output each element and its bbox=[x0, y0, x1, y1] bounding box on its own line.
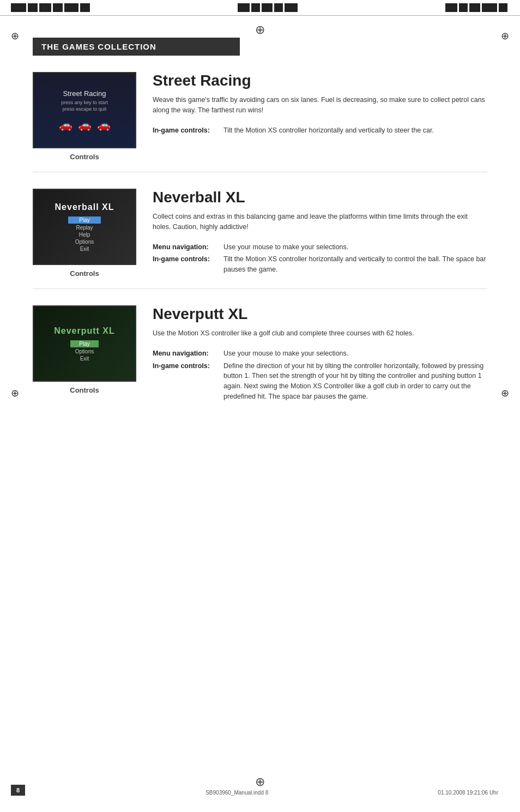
control-value: Define the direction of your hit by tilt… bbox=[223, 360, 487, 403]
table-row: Menu navigation: Use your mouse to make … bbox=[153, 347, 487, 360]
screenshot-neverball: Neverball XL Play Replay Help Options Ex… bbox=[33, 189, 136, 265]
pixel-seg bbox=[251, 3, 260, 12]
section-title: THE GAMES COLLECTION bbox=[41, 42, 156, 51]
game-title-street-racing: Street Racing bbox=[153, 72, 487, 89]
game-desc-neverputt: Use the Motion XS controller like a golf… bbox=[153, 328, 487, 339]
page-number-area: 8 bbox=[11, 785, 25, 796]
pixel-seg bbox=[262, 3, 273, 12]
control-label: In-game controls: bbox=[153, 124, 223, 137]
game-right-neverputt: Neverputt XL Use the Motion XS controlle… bbox=[153, 305, 487, 403]
table-row: Menu navigation: Use your mouse to make … bbox=[153, 241, 487, 254]
sr-line2: press escape to quit bbox=[63, 106, 107, 112]
screenshot-neverputt-inner: Neverputt XL Play Options Exit bbox=[34, 306, 135, 381]
game-entry-street-racing: Street Racing press any key to start pre… bbox=[33, 72, 487, 161]
car-icon-1: 🚗 bbox=[59, 118, 72, 131]
controls-table-neverball: Menu navigation: Use your mouse to make … bbox=[153, 241, 487, 276]
pixel-seg bbox=[28, 3, 38, 12]
table-row: In-game controls: Define the direction o… bbox=[153, 360, 487, 403]
screenshot-street-racing: Street Racing press any key to start pre… bbox=[33, 72, 136, 148]
pixel-seg bbox=[53, 3, 63, 12]
controls-table-street: In-game controls: Tilt the Motion XS con… bbox=[153, 124, 487, 137]
divider-2 bbox=[33, 288, 487, 289]
sr-screenshot-title: Street Racing bbox=[63, 89, 106, 98]
pixel-seg bbox=[445, 3, 457, 12]
divider-1 bbox=[33, 172, 487, 172]
game-left-neverball: Neverball XL Play Replay Help Options Ex… bbox=[33, 189, 136, 278]
pixel-seg bbox=[274, 3, 283, 12]
game-title-neverball: Neverball XL bbox=[153, 189, 487, 206]
pixel-seg bbox=[80, 3, 90, 12]
footer-right: 01.10.2008 19:21:06 Uhr bbox=[438, 790, 509, 796]
page-number: 8 bbox=[11, 785, 25, 796]
pixel-seg bbox=[64, 3, 78, 12]
screenshot-street-inner: Street Racing press any key to start pre… bbox=[34, 73, 135, 147]
pixel-seg bbox=[285, 3, 298, 12]
section-header: THE GAMES COLLECTION bbox=[33, 38, 240, 56]
game-left-street-racing: Street Racing press any key to start pre… bbox=[33, 72, 136, 161]
pixel-seg bbox=[469, 3, 480, 12]
control-value: Tilt the Motion XS controller horizontal… bbox=[223, 124, 487, 137]
top-pixel-bar bbox=[0, 0, 520, 16]
np-menu-options: Options bbox=[75, 348, 94, 354]
table-row: In-game controls: Tilt the Motion XS con… bbox=[153, 253, 487, 276]
np-menu: Play Options Exit bbox=[70, 340, 98, 362]
game-entry-neverputt: Neverputt XL Play Options Exit Controls … bbox=[33, 305, 487, 403]
game-desc-street-racing: Weave this game's traffic by avoiding ca… bbox=[153, 95, 487, 116]
controls-label-street: Controls bbox=[70, 153, 99, 161]
screenshot-neverball-inner: Neverball XL Play Replay Help Options Ex… bbox=[34, 190, 135, 264]
car-icon-3: 🚗 bbox=[97, 118, 111, 131]
game-entry-neverball: Neverball XL Play Replay Help Options Ex… bbox=[33, 189, 487, 278]
page-footer: 8 SB903960_Manual.indd 8 01.10.2008 19:2… bbox=[0, 785, 520, 796]
controls-table-neverputt: Menu navigation: Use your mouse to make … bbox=[153, 347, 487, 403]
pixel-seg bbox=[482, 3, 497, 12]
nb-menu-help: Help bbox=[79, 232, 90, 238]
footer-left: SB903960_Manual.indd 8 bbox=[195, 790, 268, 796]
controls-label-neverputt: Controls bbox=[70, 386, 99, 394]
game-right-street-racing: Street Racing Weave this game's traffic … bbox=[153, 72, 487, 136]
nb-menu: Play Replay Help Options Exit bbox=[68, 216, 100, 252]
nb-menu-replay: Replay bbox=[76, 225, 93, 231]
pixel-seg bbox=[39, 3, 51, 12]
screenshot-neverputt: Neverputt XL Play Options Exit bbox=[33, 305, 136, 382]
nb-menu-exit: Exit bbox=[80, 246, 89, 252]
game-left-neverputt: Neverputt XL Play Options Exit Controls bbox=[33, 305, 136, 394]
control-label: In-game controls: bbox=[153, 253, 223, 276]
np-menu-play: Play bbox=[70, 340, 98, 347]
sr-line1: press any key to start bbox=[61, 100, 108, 105]
nb-screenshot-title: Neverball XL bbox=[55, 202, 114, 212]
control-value: Use your mouse to make your selections. bbox=[223, 241, 487, 254]
controls-label-neverball: Controls bbox=[70, 269, 99, 278]
main-content: THE GAMES COLLECTION Street Racing press… bbox=[0, 16, 520, 441]
game-title-neverputt: Neverputt XL bbox=[153, 305, 487, 323]
sr-cars: 🚗 🚗 🚗 bbox=[59, 118, 111, 131]
control-label: In-game controls: bbox=[153, 360, 223, 403]
nb-menu-play: Play bbox=[68, 216, 100, 224]
car-icon-2: 🚗 bbox=[78, 118, 92, 131]
pixel-seg bbox=[11, 3, 26, 12]
pixel-seg bbox=[238, 3, 250, 12]
np-screenshot-title: Neverputt XL bbox=[54, 326, 115, 336]
pixel-seg bbox=[459, 3, 468, 12]
game-right-neverball: Neverball XL Collect coins and extras in… bbox=[153, 189, 487, 276]
control-value: Tilt the Motion XS controller horizontal… bbox=[223, 253, 487, 276]
control-label: Menu navigation: bbox=[153, 347, 223, 360]
nb-menu-options: Options bbox=[75, 239, 94, 245]
control-label: Menu navigation: bbox=[153, 241, 223, 254]
pixel-seg bbox=[499, 3, 507, 12]
np-menu-exit: Exit bbox=[80, 356, 89, 362]
table-row: In-game controls: Tilt the Motion XS con… bbox=[153, 124, 487, 137]
game-desc-neverball: Collect coins and extras in this balanci… bbox=[153, 212, 487, 232]
control-value: Use your mouse to make your selections. bbox=[223, 347, 487, 360]
